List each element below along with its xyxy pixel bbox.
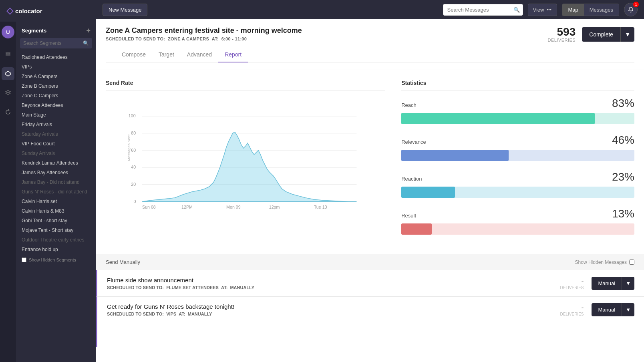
- manual-message-item: Flume side show announcement SCHEDULED T…: [96, 270, 644, 297]
- message-segment: VIPS: [166, 312, 176, 316]
- sidebar-item[interactable]: Friday Arrivals: [16, 120, 96, 129]
- rail-icon-chat[interactable]: [2, 48, 14, 61]
- messages-toggle-button[interactable]: Messages: [584, 4, 619, 16]
- show-hidden-segments[interactable]: Show Hidden Segments: [16, 254, 96, 265]
- sidebar-item[interactable]: VIP Food Court: [16, 139, 96, 149]
- manual-dropdown-button[interactable]: ▼: [622, 277, 634, 290]
- logo: ◇ colocator: [0, 0, 96, 22]
- rail-icon-refresh[interactable]: [2, 106, 14, 119]
- deliveries-info: 593 DELIVERIES: [547, 26, 576, 42]
- manual-deliveries: - DELIVERIES: [560, 277, 584, 290]
- rail-icon-segments[interactable]: [2, 67, 14, 80]
- svg-point-6: [550, 9, 551, 10]
- at-label: AT:: [212, 36, 219, 41]
- sidebar: ◇ colocator U Segments +: [0, 0, 96, 362]
- scheduled-label: SCHEDULED TO SEND TO:: [106, 36, 165, 41]
- y-label-0: 0: [134, 199, 136, 204]
- sidebar-item[interactable]: Kendrick Lamar Attendees: [16, 158, 96, 168]
- at-label: AT:: [221, 285, 227, 290]
- svg-point-4: [547, 9, 548, 10]
- stat-label: Reach: [401, 102, 417, 108]
- segment-search-input[interactable]: [20, 38, 92, 48]
- stat-row-reach: Reach 83%: [401, 97, 634, 124]
- manual-deliveries-count: -: [560, 304, 584, 312]
- sidebar-item[interactable]: Sunday Arrivals: [16, 149, 96, 158]
- send-manually-header: Send Manually Show Hidden Messages: [96, 254, 644, 270]
- main-panel: New Message 🔍 View Map Messages 1 Zone A…: [96, 0, 644, 362]
- notification-button[interactable]: 1: [624, 3, 638, 16]
- view-button[interactable]: View: [528, 4, 557, 16]
- sidebar-item[interactable]: Saturday Arrivals: [16, 129, 96, 139]
- search-messages-input[interactable]: [443, 4, 523, 16]
- manual-send-button[interactable]: Manual: [592, 303, 622, 316]
- stat-header: Reaction 23%: [401, 171, 634, 183]
- sidebar-item[interactable]: Main Stage: [16, 110, 96, 120]
- sidebar-item-label: Zone A Campers: [22, 74, 57, 79]
- stat-header: Relevance 46%: [401, 134, 634, 147]
- deliveries-block: 593 DELIVERIES Complete ▼: [547, 26, 634, 42]
- stat-value: 83%: [612, 97, 634, 110]
- message-time: 6:00 - 11:00: [221, 36, 247, 41]
- manual-send-button[interactable]: Manual: [592, 277, 622, 290]
- sidebar-item[interactable]: Zone C Campers: [16, 91, 96, 101]
- sidebar-content: U Segments + 🔍 Radiohead Atten: [0, 22, 96, 362]
- sidebar-item[interactable]: Mojave Tent - Short stay: [16, 225, 96, 235]
- add-segment-button[interactable]: +: [86, 26, 91, 35]
- complete-button[interactable]: Complete: [582, 27, 620, 42]
- show-hidden-messages[interactable]: Show Hidden Messages: [575, 259, 634, 265]
- map-toggle-button[interactable]: Map: [562, 4, 584, 16]
- tab-advanced[interactable]: Advanced: [181, 47, 218, 62]
- send-rate-chart: 0 20 40 60 80 100 Messages Sent: [106, 97, 385, 225]
- sidebar-item[interactable]: Zone B Campers: [16, 81, 96, 91]
- manual-deliveries-count: -: [560, 277, 584, 286]
- sidebar-item[interactable]: Radiohead Attendees: [16, 52, 96, 62]
- sidebar-item[interactable]: VIPs•••: [16, 62, 96, 72]
- message-title: Zone A Campers entering festival site - …: [106, 26, 302, 35]
- avatar[interactable]: U: [2, 26, 14, 38]
- manual-dropdown-button[interactable]: ▼: [622, 303, 634, 316]
- sidebar-item-label: Radiohead Attendees: [22, 54, 68, 60]
- y-label-80: 80: [131, 131, 136, 135]
- show-hidden-checkbox[interactable]: [22, 257, 26, 262]
- view-label: View: [533, 7, 544, 13]
- map-messages-toggle: Map Messages: [562, 4, 619, 16]
- x-label-mon09: Mon 09: [226, 205, 241, 209]
- sidebar-item-label: Zone B Campers: [22, 83, 58, 89]
- sidebar-item[interactable]: James Bay - Did not attend: [16, 177, 96, 187]
- stat-bar-bg: [401, 113, 634, 124]
- sidebar-item[interactable]: James Bay Attendees: [16, 168, 96, 177]
- tab-compose[interactable]: Compose: [115, 47, 152, 62]
- message-segment: ZONE A CAMPERS: [168, 36, 209, 41]
- rail-icon-layers[interactable]: [2, 86, 14, 99]
- sidebar-item[interactable]: Gobi Tent - short stay: [16, 216, 96, 225]
- sidebar-item[interactable]: Guns N' Roses - did not attend: [16, 187, 96, 197]
- sidebar-item[interactable]: Calvin Harris & M83: [16, 206, 96, 216]
- stat-label: Reaction: [401, 176, 422, 182]
- stat-value: 23%: [612, 171, 634, 183]
- sidebar-item[interactable]: Zone A Campers: [16, 72, 96, 81]
- stat-bar-bg: [401, 187, 634, 198]
- svg-point-5: [549, 9, 550, 10]
- send-rate-title: Send Rate: [106, 80, 385, 90]
- sidebar-item-label: Beyonce Attendees: [22, 103, 63, 108]
- complete-dropdown-button[interactable]: ▼: [620, 27, 634, 42]
- new-message-button[interactable]: New Message: [103, 4, 147, 16]
- stat-header: Result 13%: [401, 207, 634, 220]
- segment-search-box: 🔍: [20, 38, 92, 48]
- show-hidden-messages-label: Show Hidden Messages: [575, 259, 627, 265]
- sidebar-item[interactable]: Beyonce Attendees: [16, 101, 96, 110]
- sidebar-item[interactable]: Calvin Harris set: [16, 197, 96, 206]
- statistics-title: Statistics: [401, 80, 634, 90]
- sidebar-item-label: Mojave Tent - Short stay: [22, 227, 73, 233]
- tab-report[interactable]: Report: [218, 47, 248, 62]
- topbar: New Message 🔍 View Map Messages 1: [96, 0, 644, 19]
- sidebar-item-label: Entrance hold up: [22, 247, 58, 252]
- content-area: Zone A Campers entering festival site - …: [96, 19, 644, 362]
- tab-target[interactable]: Target: [152, 47, 181, 62]
- message-at: MANUALLY: [188, 312, 212, 316]
- show-hidden-messages-checkbox[interactable]: [629, 259, 634, 265]
- chart-container: 0 20 40 60 80 100 Messages Sent: [106, 97, 385, 225]
- sidebar-item[interactable]: Entrance hold up: [16, 245, 96, 254]
- sidebar-item[interactable]: Outdoor Theatre early entries: [16, 235, 96, 245]
- sidebar-item-label: Calvin Harris set: [22, 199, 57, 204]
